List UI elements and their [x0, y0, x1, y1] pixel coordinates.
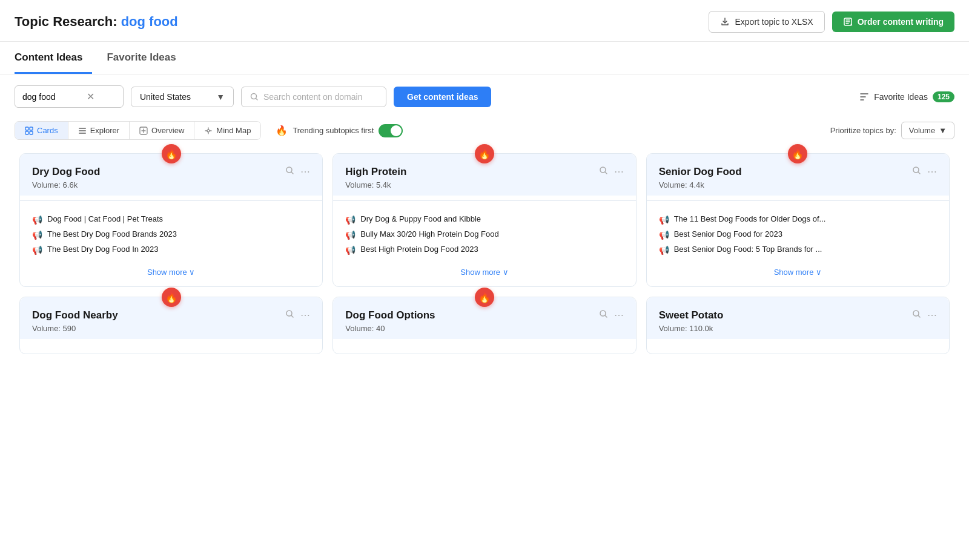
prioritize-label: Prioritize topics by: [830, 126, 896, 135]
mindmap-icon [204, 127, 213, 135]
card-title-row: Senior Dog Food ⋯ [659, 166, 937, 178]
get-ideas-button[interactable]: Get content ideas [394, 87, 491, 107]
order-icon [843, 17, 853, 27]
card-senior-dog-food: 🔥 Senior Dog Food ⋯ Volume: 4.4k 📢 The 1… [646, 153, 950, 287]
svg-rect-8 [79, 133, 86, 134]
trending-toggle[interactable] [379, 124, 403, 137]
megaphone-icon: 📢 [345, 245, 356, 255]
trending-label: Trending subtopics first [293, 126, 374, 135]
search-icon[interactable] [599, 166, 608, 177]
card-title: Dry Dog Food [32, 166, 100, 178]
more-options-icon[interactable]: ⋯ [300, 309, 310, 321]
card-item: 📢 The Best Dry Dog Food In 2023 [32, 245, 310, 255]
country-value: United States [140, 92, 191, 102]
card-title: Dog Food Options [345, 309, 435, 321]
tab-content-ideas[interactable]: Content Ideas [15, 42, 92, 74]
megaphone-icon: 📢 [659, 215, 669, 225]
order-button[interactable]: Order content writing [832, 12, 954, 32]
tab-explorer[interactable]: Explorer [68, 122, 130, 139]
more-options-icon[interactable]: ⋯ [927, 309, 937, 321]
card-item-text: The Best Dry Dog Food Brands 2023 [47, 229, 177, 239]
card-item: 📢 Best Senior Dog Food for 2023 [659, 229, 937, 240]
card-footer: Show more ∨ [20, 261, 322, 286]
card-dry-dog-food: 🔥 Dry Dog Food ⋯ Volume: 6.6k 📢 Dog Food… [19, 153, 323, 287]
card-body [20, 339, 322, 354]
card-item: 📢 Dry Dog & Puppy Food and Kibble [345, 214, 623, 225]
list-icon [859, 93, 869, 101]
card-title: Sweet Potato [659, 309, 724, 321]
controls-row: ✕ United States ▼ Search content on doma… [0, 74, 969, 116]
tab-cards[interactable]: Cards [15, 122, 68, 139]
more-options-icon[interactable]: ⋯ [614, 309, 624, 321]
card-divider [20, 200, 322, 201]
card-volume: Volume: 4.4k [659, 180, 937, 189]
search-icon[interactable] [285, 166, 294, 177]
card-item-text: Best Senior Dog Food for 2023 [674, 229, 782, 239]
favorite-ideas-button[interactable]: Favorite Ideas 125 [859, 91, 954, 102]
megaphone-icon: 📢 [345, 230, 356, 240]
card-item: 📢 Bully Max 30/20 High Protein Dog Food [345, 229, 623, 240]
card-item-text: Best High Protein Dog Food 2023 [360, 245, 478, 254]
more-options-icon[interactable]: ⋯ [927, 166, 937, 177]
trending-badge: 🔥 [162, 144, 181, 163]
card-actions: ⋯ [912, 166, 937, 177]
clear-keyword-button[interactable]: ✕ [87, 91, 94, 102]
trending-badge: 🔥 [475, 288, 494, 307]
megaphone-icon: 📢 [32, 230, 42, 240]
main-tabs: Content Ideas Favorite Ideas [0, 42, 969, 74]
page-title: Topic Research: dog food [15, 14, 178, 30]
megaphone-icon: 📢 [659, 245, 669, 255]
keyword-input[interactable] [22, 92, 83, 102]
search-icon[interactable] [285, 309, 294, 321]
fire-icon: 🔥 [276, 125, 288, 136]
svg-rect-6 [79, 128, 86, 129]
prioritize-selector[interactable]: Volume ▼ [901, 122, 954, 139]
search-icon[interactable] [599, 309, 608, 321]
card-volume: Volume: 110.0k [659, 324, 937, 333]
more-options-icon[interactable]: ⋯ [614, 166, 624, 177]
svg-rect-5 [30, 131, 33, 134]
chevron-down-icon: ▼ [939, 126, 947, 135]
search-icon[interactable] [912, 166, 921, 177]
card-item-text: Bully Max 30/20 High Protein Dog Food [360, 229, 498, 239]
tab-overview[interactable]: Overview [130, 122, 194, 139]
domain-search-box[interactable]: Search content on domain [241, 87, 386, 107]
header: Topic Research: dog food Export topic to… [0, 0, 969, 42]
trending-control: 🔥 Trending subtopics first [276, 124, 403, 137]
export-button[interactable]: Export topic to XLSX [709, 11, 824, 33]
card-title-row: Dog Food Options ⋯ [345, 309, 623, 321]
card-volume: Volume: 6.6k [32, 180, 310, 189]
card-item-text: Best Senior Dog Food: 5 Top Brands for .… [674, 245, 822, 254]
show-more-button[interactable]: Show more ∨ [460, 268, 508, 277]
svg-rect-3 [30, 127, 33, 130]
keyword-highlight: dog food [121, 14, 178, 29]
favorite-ideas-label: Favorite Ideas [874, 92, 928, 102]
card-actions: ⋯ [285, 166, 310, 177]
cards-icon [25, 127, 33, 135]
search-icon[interactable] [912, 309, 921, 321]
prioritize-value: Volume [909, 126, 935, 135]
card-body [333, 339, 635, 354]
show-more-button[interactable]: Show more ∨ [147, 268, 195, 277]
card-actions: ⋯ [912, 309, 937, 321]
megaphone-icon: 📢 [32, 215, 42, 225]
card-item-text: Dry Dog & Puppy Food and Kibble [360, 214, 481, 223]
more-options-icon[interactable]: ⋯ [300, 166, 310, 177]
card-item: 📢 The Best Dry Dog Food Brands 2023 [32, 229, 310, 240]
card-divider [333, 200, 635, 201]
country-selector[interactable]: United States ▼ [131, 87, 234, 107]
cards-grid: 🔥 Dry Dog Food ⋯ Volume: 6.6k 📢 Dog Food… [0, 148, 969, 374]
card-title-row: Dog Food Nearby ⋯ [32, 309, 310, 321]
svg-rect-7 [79, 130, 86, 131]
card-title: Dog Food Nearby [32, 309, 118, 321]
card-body: 📢 Dog Food | Cat Food | Pet Treats 📢 The… [20, 206, 322, 261]
tab-favorite-ideas[interactable]: Favorite Ideas [107, 42, 185, 74]
tab-mind-map[interactable]: Mind Map [194, 122, 260, 139]
trending-badge: 🔥 [162, 288, 181, 307]
card-dog-food-nearby: 🔥 Dog Food Nearby ⋯ Volume: 590 [19, 297, 323, 354]
keyword-search-box[interactable]: ✕ [15, 85, 124, 108]
card-item: 📢 The 11 Best Dog Foods for Older Dogs o… [659, 214, 937, 225]
card-item: 📢 Best Senior Dog Food: 5 Top Brands for… [659, 245, 937, 255]
prioritize-control: Prioritize topics by: Volume ▼ [830, 122, 954, 139]
show-more-button[interactable]: Show more ∨ [774, 268, 822, 277]
